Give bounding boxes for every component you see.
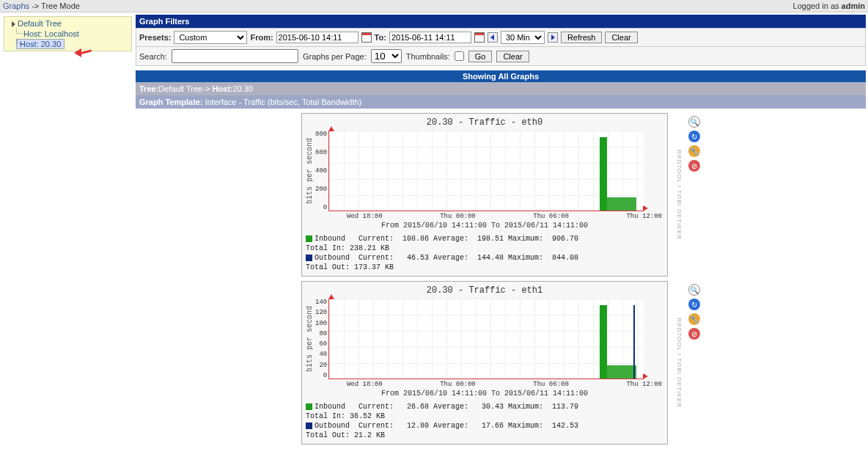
graph-title: 20.30 - Traffic - eth1 (306, 285, 663, 296)
x-ticks: Wed 18:00Thu 00:00Thu 06:00Thu 12:00 (347, 381, 662, 388)
y-ticks: 8006004002000 (315, 131, 328, 211)
graph-actions: 🔍↻🔧⊘ (688, 113, 700, 277)
properties-icon[interactable]: 🔧 (688, 313, 700, 325)
graph-box: 20.30 - Traffic - eth1bits per second140… (301, 281, 668, 445)
stop-icon[interactable]: ⊘ (688, 160, 700, 172)
legend: Inbound Current: 108.86 Average: 198.51 … (306, 234, 663, 272)
nav-mode: Tree Mode (41, 1, 80, 10)
shift-left-icon[interactable] (488, 32, 498, 43)
rrdtool-watermark: RRDTOOL / TOBI OETIKER (674, 281, 683, 445)
swatch-icon (306, 403, 312, 410)
annotation-arrow (77, 48, 99, 59)
clear-button[interactable]: Clear (605, 32, 637, 43)
filter-row-2: Search: Graphs per Page: 10 Thumbnails: … (136, 47, 866, 66)
x-ticks: Wed 18:00Thu 00:00Thu 06:00Thu 12:00 (347, 213, 662, 220)
properties-icon[interactable]: 🔧 (688, 145, 700, 157)
from-label: From: (250, 33, 273, 42)
content: Graph Filters Presets: Custom From: To: … (132, 12, 868, 451)
calendar-icon[interactable] (361, 32, 372, 43)
range-label: From 2015/06/10 14:11:00 To 2015/06/11 1… (306, 222, 663, 230)
presets-label: Presets: (139, 33, 171, 42)
sidebar: Default Tree Host: LocalhostHost: 20.30 (0, 12, 132, 451)
clear2-button[interactable]: Clear (496, 51, 529, 62)
search-label: Search: (139, 52, 167, 61)
thumbnails-checkbox[interactable] (455, 51, 464, 61)
interval-select[interactable]: 30 Min (501, 31, 545, 44)
login-status: Logged in as admin (793, 1, 865, 10)
tree-item[interactable]: Host: 20.30 (16, 39, 65, 49)
tree-item[interactable]: Host: Localhost (16, 29, 130, 39)
range-label: From 2015/06/10 14:11:00 To 2015/06/11 1… (306, 390, 663, 398)
graph-box: 20.30 - Traffic - eth0bits per second800… (301, 113, 668, 277)
shift-right-icon[interactable] (548, 32, 558, 43)
swatch-icon (306, 255, 312, 261)
search-input[interactable] (172, 49, 298, 63)
swatch-icon (306, 235, 312, 242)
go-button[interactable]: Go (468, 51, 493, 62)
thumbnails-label: Thumbnails: (406, 52, 450, 61)
presets-select[interactable]: Custom (174, 31, 247, 44)
csv-export-icon[interactable]: ↻ (688, 299, 700, 310)
top-bar: Graphs -> Tree Mode Logged in as admin (0, 0, 868, 12)
y-axis-label: bits per second (306, 138, 314, 204)
template-bar: Graph Template: Interface - Traffic (bit… (136, 95, 866, 109)
tree-panel: Default Tree Host: LocalhostHost: 20.30 (4, 16, 132, 51)
from-input[interactable] (276, 32, 358, 43)
to-input[interactable] (389, 32, 471, 43)
csv-export-icon[interactable]: ↻ (688, 131, 700, 142)
gpp-select[interactable]: 10 (371, 49, 402, 63)
login-user: admin (842, 1, 865, 10)
graph-row: 20.30 - Traffic - eth0bits per second800… (136, 113, 866, 277)
plot-area[interactable] (328, 131, 644, 211)
y-axis-label: bits per second (306, 306, 314, 372)
refresh-button[interactable]: Refresh (561, 32, 603, 43)
y-ticks: 140120100806040200 (315, 299, 328, 379)
nav-graphs-link[interactable]: Graphs (3, 1, 29, 10)
tree-breadcrumb: Tree:Default Tree-> Host:20.30 (136, 82, 866, 95)
to-label: To: (375, 33, 386, 42)
graph-actions: 🔍↻🔧⊘ (688, 281, 700, 445)
graph-row: 20.30 - Traffic - eth1bits per second140… (136, 281, 866, 445)
showing-bar: Showing All Graphs (136, 70, 866, 82)
graph-title: 20.30 - Traffic - eth0 (306, 117, 663, 128)
rrdtool-watermark: RRDTOOL / TOBI OETIKER (674, 113, 683, 277)
legend: Inbound Current: 26.68 Average: 30.43 Ma… (306, 402, 663, 440)
zoom-icon[interactable]: 🔍 (688, 284, 700, 296)
tree-root-node[interactable]: Default Tree (6, 18, 130, 29)
stop-icon[interactable]: ⊘ (688, 328, 700, 340)
zoom-icon[interactable]: 🔍 (688, 116, 700, 128)
calendar-icon[interactable] (474, 32, 485, 43)
gpp-label: Graphs per Page: (303, 52, 367, 61)
nav-sep: -> (29, 1, 41, 10)
filter-row-1: Presets: Custom From: To: 30 Min Refresh… (136, 28, 866, 47)
graph-filters-header: Graph Filters (136, 15, 866, 28)
swatch-icon (306, 423, 312, 429)
plot-area[interactable] (328, 299, 644, 379)
